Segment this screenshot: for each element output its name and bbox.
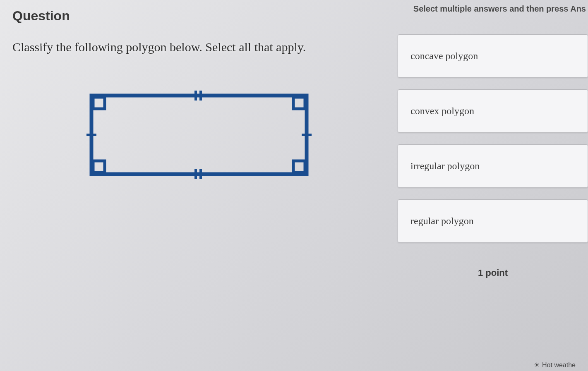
svg-rect-0: [91, 96, 307, 174]
weather-text: Hot weathe: [542, 361, 576, 369]
answer-option-convex[interactable]: convex polygon: [398, 89, 588, 133]
question-panel: Question Classify the following polygon …: [0, 0, 389, 371]
svg-rect-2: [293, 97, 305, 109]
svg-rect-1: [93, 97, 105, 109]
question-prompt: Classify the following polygon below. Se…: [12, 40, 377, 54]
instruction-text: Select multiple answers and then press A…: [398, 4, 588, 14]
answer-panel: Select multiple answers and then press A…: [389, 0, 588, 371]
svg-rect-4: [293, 161, 305, 172]
answer-option-concave[interactable]: concave polygon: [398, 34, 588, 78]
taskbar-weather[interactable]: ☀ Hot weathe: [534, 361, 576, 369]
svg-rect-3: [93, 161, 105, 172]
points-label: 1 point: [398, 268, 588, 278]
figure-container: [12, 75, 377, 199]
answer-options-list: concave polygon convex polygon irregular…: [398, 34, 588, 243]
question-heading: Question: [12, 8, 377, 24]
weather-icon: ☀: [534, 361, 540, 369]
answer-option-irregular[interactable]: irregular polygon: [398, 144, 588, 188]
answer-option-regular[interactable]: regular polygon: [398, 199, 588, 243]
polygon-figure: [67, 75, 323, 199]
